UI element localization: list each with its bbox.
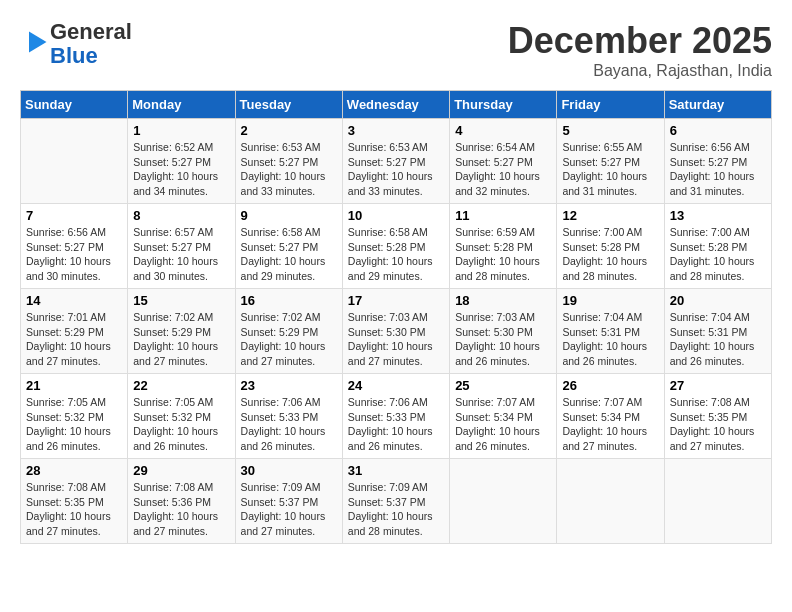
weekday-header-saturday: Saturday [664,91,771,119]
calendar-cell: 3Sunrise: 6:53 AM Sunset: 5:27 PM Daylig… [342,119,449,204]
day-info: Sunrise: 6:55 AM Sunset: 5:27 PM Dayligh… [562,140,658,199]
calendar-cell: 23Sunrise: 7:06 AM Sunset: 5:33 PM Dayli… [235,374,342,459]
day-info: Sunrise: 7:01 AM Sunset: 5:29 PM Dayligh… [26,310,122,369]
calendar-cell [664,459,771,544]
calendar-week-row: 14Sunrise: 7:01 AM Sunset: 5:29 PM Dayli… [21,289,772,374]
calendar-cell [21,119,128,204]
calendar-cell: 16Sunrise: 7:02 AM Sunset: 5:29 PM Dayli… [235,289,342,374]
calendar-cell: 15Sunrise: 7:02 AM Sunset: 5:29 PM Dayli… [128,289,235,374]
day-number: 20 [670,293,766,308]
calendar-cell: 11Sunrise: 6:59 AM Sunset: 5:28 PM Dayli… [450,204,557,289]
day-info: Sunrise: 7:09 AM Sunset: 5:37 PM Dayligh… [348,480,444,539]
day-info: Sunrise: 7:08 AM Sunset: 5:35 PM Dayligh… [26,480,122,539]
day-info: Sunrise: 6:59 AM Sunset: 5:28 PM Dayligh… [455,225,551,284]
day-number: 24 [348,378,444,393]
day-info: Sunrise: 7:08 AM Sunset: 5:35 PM Dayligh… [670,395,766,454]
day-number: 30 [241,463,337,478]
calendar-cell [557,459,664,544]
calendar-cell: 5Sunrise: 6:55 AM Sunset: 5:27 PM Daylig… [557,119,664,204]
day-number: 18 [455,293,551,308]
day-number: 8 [133,208,229,223]
day-number: 27 [670,378,766,393]
title-block: December 2025 Bayana, Rajasthan, India [508,20,772,80]
calendar-week-row: 21Sunrise: 7:05 AM Sunset: 5:32 PM Dayli… [21,374,772,459]
calendar-cell: 17Sunrise: 7:03 AM Sunset: 5:30 PM Dayli… [342,289,449,374]
calendar-cell: 21Sunrise: 7:05 AM Sunset: 5:32 PM Dayli… [21,374,128,459]
day-info: Sunrise: 7:09 AM Sunset: 5:37 PM Dayligh… [241,480,337,539]
day-number: 17 [348,293,444,308]
calendar-cell: 30Sunrise: 7:09 AM Sunset: 5:37 PM Dayli… [235,459,342,544]
day-number: 14 [26,293,122,308]
day-number: 4 [455,123,551,138]
day-number: 10 [348,208,444,223]
day-info: Sunrise: 6:56 AM Sunset: 5:27 PM Dayligh… [26,225,122,284]
day-info: Sunrise: 7:08 AM Sunset: 5:36 PM Dayligh… [133,480,229,539]
svg-marker-0 [29,32,47,53]
day-info: Sunrise: 6:52 AM Sunset: 5:27 PM Dayligh… [133,140,229,199]
calendar-cell: 7Sunrise: 6:56 AM Sunset: 5:27 PM Daylig… [21,204,128,289]
day-info: Sunrise: 6:56 AM Sunset: 5:27 PM Dayligh… [670,140,766,199]
day-number: 28 [26,463,122,478]
weekday-header-friday: Friday [557,91,664,119]
day-info: Sunrise: 7:02 AM Sunset: 5:29 PM Dayligh… [133,310,229,369]
calendar-cell: 19Sunrise: 7:04 AM Sunset: 5:31 PM Dayli… [557,289,664,374]
day-number: 15 [133,293,229,308]
day-info: Sunrise: 7:04 AM Sunset: 5:31 PM Dayligh… [562,310,658,369]
location-subtitle: Bayana, Rajasthan, India [508,62,772,80]
weekday-header-monday: Monday [128,91,235,119]
page-header: General Blue December 2025 Bayana, Rajas… [20,20,772,80]
day-number: 22 [133,378,229,393]
logo-text: General Blue [50,20,132,68]
day-number: 3 [348,123,444,138]
calendar-cell: 27Sunrise: 7:08 AM Sunset: 5:35 PM Dayli… [664,374,771,459]
day-info: Sunrise: 7:06 AM Sunset: 5:33 PM Dayligh… [241,395,337,454]
day-number: 1 [133,123,229,138]
calendar-cell: 18Sunrise: 7:03 AM Sunset: 5:30 PM Dayli… [450,289,557,374]
calendar-cell: 9Sunrise: 6:58 AM Sunset: 5:27 PM Daylig… [235,204,342,289]
calendar-table: SundayMondayTuesdayWednesdayThursdayFrid… [20,90,772,544]
day-number: 12 [562,208,658,223]
day-number: 29 [133,463,229,478]
day-info: Sunrise: 6:53 AM Sunset: 5:27 PM Dayligh… [241,140,337,199]
calendar-cell: 22Sunrise: 7:05 AM Sunset: 5:32 PM Dayli… [128,374,235,459]
calendar-cell: 12Sunrise: 7:00 AM Sunset: 5:28 PM Dayli… [557,204,664,289]
day-info: Sunrise: 7:02 AM Sunset: 5:29 PM Dayligh… [241,310,337,369]
calendar-week-row: 7Sunrise: 6:56 AM Sunset: 5:27 PM Daylig… [21,204,772,289]
weekday-header-sunday: Sunday [21,91,128,119]
calendar-cell: 20Sunrise: 7:04 AM Sunset: 5:31 PM Dayli… [664,289,771,374]
calendar-cell: 8Sunrise: 6:57 AM Sunset: 5:27 PM Daylig… [128,204,235,289]
calendar-cell: 24Sunrise: 7:06 AM Sunset: 5:33 PM Dayli… [342,374,449,459]
day-number: 16 [241,293,337,308]
day-info: Sunrise: 7:05 AM Sunset: 5:32 PM Dayligh… [26,395,122,454]
calendar-cell: 25Sunrise: 7:07 AM Sunset: 5:34 PM Dayli… [450,374,557,459]
day-number: 5 [562,123,658,138]
calendar-week-row: 28Sunrise: 7:08 AM Sunset: 5:35 PM Dayli… [21,459,772,544]
day-number: 2 [241,123,337,138]
calendar-cell: 29Sunrise: 7:08 AM Sunset: 5:36 PM Dayli… [128,459,235,544]
calendar-cell: 10Sunrise: 6:58 AM Sunset: 5:28 PM Dayli… [342,204,449,289]
calendar-cell: 6Sunrise: 6:56 AM Sunset: 5:27 PM Daylig… [664,119,771,204]
day-number: 31 [348,463,444,478]
day-number: 23 [241,378,337,393]
day-info: Sunrise: 7:00 AM Sunset: 5:28 PM Dayligh… [670,225,766,284]
day-info: Sunrise: 6:58 AM Sunset: 5:27 PM Dayligh… [241,225,337,284]
day-info: Sunrise: 7:03 AM Sunset: 5:30 PM Dayligh… [348,310,444,369]
logo-icon [22,28,50,56]
day-info: Sunrise: 6:53 AM Sunset: 5:27 PM Dayligh… [348,140,444,199]
weekday-header-row: SundayMondayTuesdayWednesdayThursdayFrid… [21,91,772,119]
calendar-cell: 28Sunrise: 7:08 AM Sunset: 5:35 PM Dayli… [21,459,128,544]
calendar-cell: 26Sunrise: 7:07 AM Sunset: 5:34 PM Dayli… [557,374,664,459]
day-info: Sunrise: 6:58 AM Sunset: 5:28 PM Dayligh… [348,225,444,284]
day-number: 26 [562,378,658,393]
day-number: 19 [562,293,658,308]
day-info: Sunrise: 7:05 AM Sunset: 5:32 PM Dayligh… [133,395,229,454]
weekday-header-thursday: Thursday [450,91,557,119]
calendar-cell [450,459,557,544]
logo: General Blue [20,20,132,68]
calendar-cell: 14Sunrise: 7:01 AM Sunset: 5:29 PM Dayli… [21,289,128,374]
calendar-cell: 31Sunrise: 7:09 AM Sunset: 5:37 PM Dayli… [342,459,449,544]
day-number: 11 [455,208,551,223]
weekday-header-tuesday: Tuesday [235,91,342,119]
day-info: Sunrise: 7:07 AM Sunset: 5:34 PM Dayligh… [562,395,658,454]
day-info: Sunrise: 6:54 AM Sunset: 5:27 PM Dayligh… [455,140,551,199]
